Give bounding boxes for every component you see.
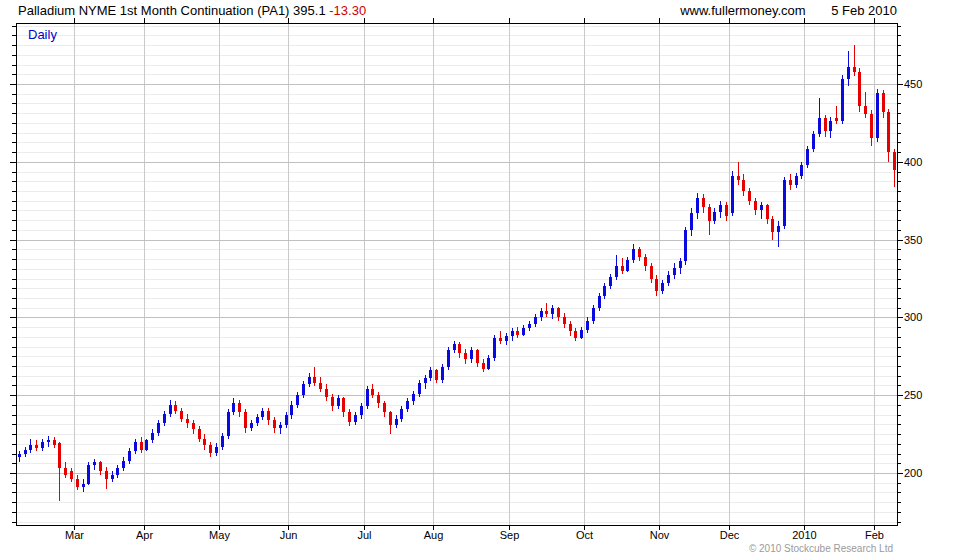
svg-text:Aug: Aug: [424, 529, 444, 541]
svg-text:Apr: Apr: [136, 529, 153, 541]
svg-text:Nov: Nov: [650, 529, 670, 541]
svg-text:Feb: Feb: [865, 529, 884, 541]
svg-text:Oct: Oct: [576, 529, 593, 541]
fullermoney-chart-window: Palladium NYME 1st Month Continuation (P…: [0, 0, 980, 560]
candlestick-chart: 200250300350400450MarAprMayJunJulAugSepO…: [0, 0, 980, 560]
timeframe-label: Daily: [28, 27, 57, 42]
svg-text:Dec: Dec: [720, 529, 740, 541]
svg-text:Sep: Sep: [500, 529, 520, 541]
svg-text:May: May: [209, 529, 230, 541]
svg-text:2010: 2010: [792, 529, 816, 541]
svg-text:Jun: Jun: [280, 529, 298, 541]
svg-text:300: 300: [904, 311, 922, 323]
svg-text:450: 450: [904, 78, 922, 90]
svg-text:400: 400: [904, 156, 922, 168]
svg-text:200: 200: [904, 467, 922, 479]
svg-text:250: 250: [904, 389, 922, 401]
svg-text:Mar: Mar: [65, 529, 84, 541]
svg-text:Jul: Jul: [357, 529, 371, 541]
svg-text:350: 350: [904, 234, 922, 246]
copyright-notice: © 2010 Stockcube Research Ltd: [749, 543, 893, 554]
